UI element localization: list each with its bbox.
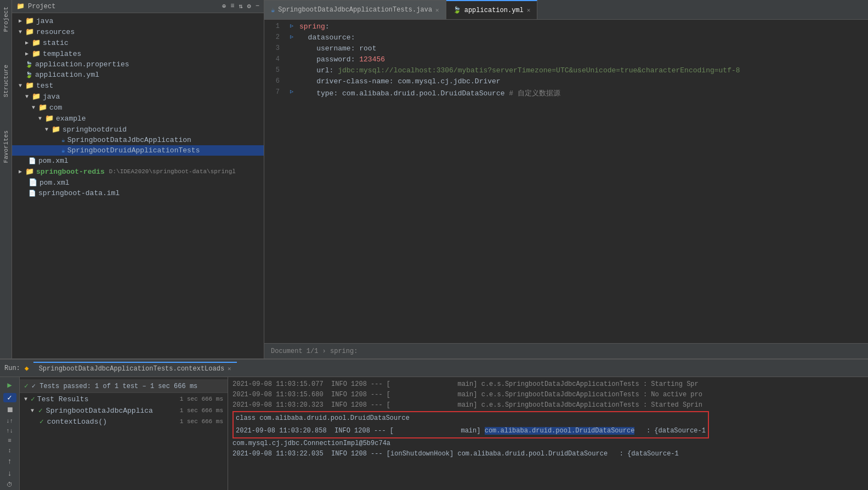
tree-item-java2[interactable]: ▼ 📁 java (12, 91, 264, 102)
code-line-3: 3 username: root (264, 44, 868, 55)
xml-icon: 📄 (29, 157, 36, 164)
code-editor: 1 ▷ spring: 2 ▷ datasource: 3 username: … (264, 20, 868, 343)
run-sort2-button[interactable]: ↑↓ (3, 428, 16, 434)
tab-application-yml[interactable]: 🍃 application.yml ✕ (446, 0, 538, 19)
xml-icon2: 📄 (29, 178, 37, 187)
tree-label: pom.xml (38, 157, 69, 165)
tree-path: D:\IDEA2020\springboot-data\springl (109, 168, 236, 175)
tree-item-pom2[interactable]: 📄 pom.xml (12, 177, 264, 188)
log-line-7: 2021-09-08 11:03:22.035 INFO 1208 --- [i… (232, 449, 864, 459)
favorites-tab[interactable]: Favorites (2, 126, 10, 167)
run-expand-button[interactable]: ↕ (3, 447, 16, 454)
tree-item-java[interactable]: ▶ 📁 java (12, 15, 264, 26)
folder-icon: 📁 (32, 92, 41, 101)
run-icon: ◆ (25, 364, 29, 373)
sidebar-titlebar: 📁 Project ⊕ ≡ ⇅ ⚙ − (12, 0, 264, 13)
tree-label: resources (36, 28, 75, 36)
sidebar-align-icon[interactable]: ≡ (230, 2, 234, 10)
sidebar-sort-icon[interactable]: ⇅ (239, 2, 242, 10)
line-content: url: jdbc:mysql://localhost:3306/mybatis… (297, 66, 868, 75)
folder-icon: 📁 (25, 81, 34, 90)
check-icon: ✓ (38, 406, 43, 415)
java-file-icon: ☕ (271, 6, 275, 14)
sidebar-title-label: Project (28, 3, 55, 10)
code-line-6: 6 driver-class-name: com.mysql.cj.jdbc.D… (264, 77, 868, 88)
tree-label: springboot-data.iml (38, 189, 120, 197)
tab-SpringbootDataJdbcApplicationTests[interactable]: ☕ SpringbootDataJdbcApplicationTests.jav… (264, 0, 446, 19)
run-timer-button[interactable]: ⏱ (3, 481, 16, 488)
run-tabbar: Run: ◆ SpringbootDataJdbcApplicationTest… (0, 360, 868, 377)
tree-item-springbootdruid[interactable]: ▼ 📁 springbootdruid (12, 124, 264, 135)
tree-label: pom.xml (39, 179, 70, 187)
line-number: 3 (264, 44, 286, 52)
editor-area: ☕ SpringbootDataJdbcApplicationTests.jav… (264, 0, 868, 358)
tree-item-resources[interactable]: ▼ 📁 resources (12, 26, 264, 37)
test-item-1[interactable]: ▼ ✓ SpringbootDataJdbcApplica 1 sec 666 … (20, 405, 228, 416)
tree-item-com[interactable]: ▼ 📁 com (12, 102, 264, 113)
tree-label: example (56, 115, 86, 123)
test-item-sub[interactable]: ✓ contextLoads() 1 sec 666 ms (20, 416, 228, 427)
tab-close-icon[interactable]: ✕ (435, 7, 439, 14)
tree-item-application-properties[interactable]: 🍃 application.properties (12, 59, 264, 70)
run-check-button[interactable]: ✓ (3, 393, 16, 402)
log-line-1: 2021-09-08 11:03:15.077 INFO 1208 --- [ … (232, 379, 864, 390)
tab-label: application.yml (464, 7, 524, 14)
tree-item-test[interactable]: ▼ 📁 test (12, 80, 264, 91)
tree-label: application.yml (35, 71, 99, 79)
folder-icon: 📁 (32, 49, 41, 58)
tree-item-springboot-redis[interactable]: ▶ 📁 springboot-redis D:\IDEA2020\springb… (12, 166, 264, 177)
test-results-panel: ✓ ✓ Tests passed: 1 of 1 test – 1 sec 66… (20, 377, 228, 490)
left-edge-panel: Project Structure Favorites (0, 0, 12, 358)
log-line-4: class com.alibaba.druid.pool.DruidDataSo… (234, 412, 708, 425)
tab-label: SpringbootDataJdbcApplicationTests.java (278, 6, 432, 14)
run-tab-close-icon[interactable]: ✕ (228, 365, 231, 372)
line-content: datasource: (297, 33, 868, 42)
arrow-icon: ▼ (38, 116, 42, 122)
tree-item-example[interactable]: ▼ 📁 example (12, 113, 264, 124)
run-play-button[interactable]: ▶ (3, 380, 16, 390)
tree-item-templates[interactable]: ▶ 📁 templates (12, 48, 264, 59)
line-content: driver-class-name: com.mysql.cj.jdbc.Dri… (297, 77, 868, 86)
log-line-2: 2021-09-08 11:03:15.680 INFO 1208 --- [ … (232, 390, 864, 400)
line-gutter: ▷ (286, 88, 297, 95)
yml-icon: 🍃 (25, 71, 33, 78)
editor-tabs: ☕ SpringbootDataJdbcApplicationTests.jav… (264, 0, 868, 20)
sidebar-settings-icon[interactable]: ⊕ (222, 2, 226, 10)
tree-item-iml[interactable]: 📄 springboot-data.iml (12, 188, 264, 198)
run-sort1-button[interactable]: ↓↑ (3, 418, 16, 424)
project-sidebar: 📁 Project ⊕ ≡ ⇅ ⚙ − ▶ 📁 java ▼ (12, 0, 264, 358)
highlighted-log-box: class com.alibaba.druid.pool.DruidDataSo… (232, 411, 709, 438)
arrow-icon: ▶ (25, 50, 29, 57)
tree-label: application.properties (35, 60, 129, 69)
test-results-header[interactable]: ▼ ✓ Test Results 1 sec 666 ms (20, 393, 228, 405)
folder-icon: 📁 (25, 27, 34, 36)
tree-label: SpringbootDataJdbcApplication (67, 136, 191, 144)
structure-tab[interactable]: Structure (2, 60, 10, 101)
java-icon: ☕ (61, 147, 65, 154)
line-number: 7 (264, 88, 286, 96)
folder-icon: 📁 (32, 38, 41, 47)
tree-label: templates (43, 50, 81, 58)
line-gutter: ▷ (286, 33, 297, 40)
run-up-button[interactable]: ↑ (3, 457, 16, 466)
tree-item-static[interactable]: ▶ 📁 static (12, 37, 264, 48)
tree-label: com (49, 104, 62, 112)
tree-item-SpringbootDataJdbc[interactable]: ☕ SpringbootDataJdbcApplication (12, 135, 264, 145)
line-content: password: 123456 (297, 55, 868, 64)
tree-item-SpringbootDruid[interactable]: ☕ SpringbootDruidApplicationTests (12, 145, 264, 156)
sidebar-gear-icon[interactable]: ⚙ (247, 2, 251, 10)
run-down-button[interactable]: ↓ (3, 469, 16, 478)
tree-label: java (43, 93, 60, 101)
bottom-panel: Run: ◆ SpringbootDataJdbcApplicationTest… (0, 358, 868, 490)
run-stop-button[interactable]: ⏹ (3, 406, 16, 414)
log-line-6: com.mysql.cj.jdbc.ConnectionImpl@5b9c74a (232, 438, 864, 449)
sidebar-close-icon[interactable]: − (256, 2, 259, 10)
folder-icon: 📁 (45, 114, 54, 123)
project-tab[interactable]: Project (2, 2, 10, 36)
tree-item-application-yml[interactable]: 🍃 application.yml (12, 70, 264, 80)
run-align-button[interactable]: ≡ (3, 437, 16, 444)
tab-close-icon[interactable]: ✕ (527, 7, 531, 14)
line-number: 1 (264, 22, 286, 30)
tree-item-pom[interactable]: 📄 pom.xml (12, 156, 264, 166)
run-tab[interactable]: SpringbootDataJdbcApplicationTests.conte… (33, 362, 237, 375)
